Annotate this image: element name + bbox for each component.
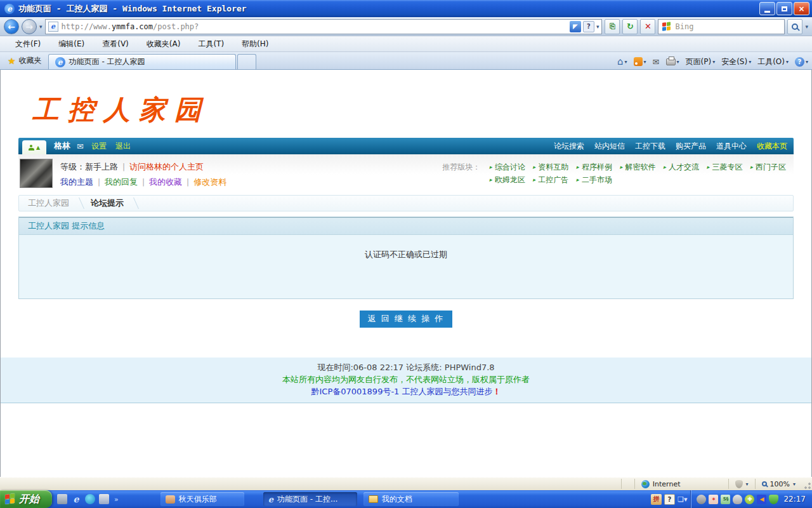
board-link[interactable]: ▸综合讨论 xyxy=(489,161,525,173)
zoom-control[interactable]: 100% ▾ xyxy=(755,479,802,489)
people-icon xyxy=(166,495,175,504)
mail-icon: ✉ xyxy=(653,57,660,67)
board-link[interactable]: ▸资料互助 xyxy=(533,161,569,173)
tab-favicon-icon: e xyxy=(55,57,65,67)
menu-view[interactable]: 查看(V) xyxy=(93,37,138,51)
menu-favorites[interactable]: 收藏夹(A) xyxy=(138,37,190,51)
icp-link[interactable]: 黔ICP备07001899号-1 xyxy=(311,387,399,396)
search-options-dropdown[interactable]: ▾ xyxy=(805,23,808,30)
menu-tools[interactable]: 工具(T) xyxy=(189,37,233,51)
url-text: http://www.ymmfa.com/post.php? xyxy=(62,22,199,31)
board-link[interactable]: ▸解密软件 xyxy=(620,161,656,173)
address-dropdown[interactable]: ▾ xyxy=(596,23,599,30)
task-button-my-documents[interactable]: 我的文档 xyxy=(363,492,459,506)
security-alert-tray-icon[interactable]: ✶ xyxy=(709,495,718,504)
language-bar-restore-icon[interactable]: ❏▾ xyxy=(678,495,687,504)
board-link[interactable]: ▸西门子区 xyxy=(750,161,786,173)
task-button-active-ie[interactable]: e 功能页面 - 工控... xyxy=(263,492,357,506)
nav-buy-products[interactable]: 购买产品 xyxy=(676,141,706,152)
address-input[interactable]: e http://www.ymmfa.com/post.php? ◤ ? ▾ xyxy=(45,19,603,34)
tools-menu-button[interactable]: 工具(O)▾ xyxy=(756,57,790,67)
address-bar: ← → ▾ e http://www.ymmfa.com/post.php? ◤… xyxy=(0,17,812,36)
forward-button[interactable]: → xyxy=(22,19,37,34)
my-replies-link[interactable]: 我的回复 xyxy=(105,177,138,187)
audio-tray-icon[interactable]: ◀ xyxy=(757,495,766,504)
stop-button[interactable]: ✕ xyxy=(640,19,655,34)
ime-icon[interactable]: 拼 xyxy=(651,494,662,505)
my-topics-link[interactable]: 我的主题 xyxy=(60,177,93,187)
board-link[interactable]: ▸工控广告 xyxy=(533,173,569,186)
mail-button[interactable]: ✉ xyxy=(652,57,661,67)
browser-tab-active[interactable]: e 功能页面 - 工控人家园 xyxy=(48,54,236,69)
ie-quicklaunch-icon[interactable]: e xyxy=(71,494,81,504)
search-input[interactable]: Bing xyxy=(658,19,785,34)
nav-forum-search[interactable]: 论坛搜索 xyxy=(554,141,584,152)
board-link[interactable]: ▸三菱专区 xyxy=(707,161,743,173)
search-button[interactable] xyxy=(787,19,802,34)
message-envelope-icon[interactable]: ✉ xyxy=(77,142,84,151)
resize-grip[interactable] xyxy=(802,478,812,490)
plugin-icon[interactable]: ◤ xyxy=(570,21,581,32)
menu-edit[interactable]: 编辑(E) xyxy=(49,37,93,51)
restore-button[interactable] xyxy=(776,2,792,15)
compatibility-view-button[interactable]: ⎘ xyxy=(605,19,620,34)
messenger-icon[interactable] xyxy=(99,494,109,504)
user-panel-toggle[interactable]: ▲ xyxy=(22,140,46,154)
settings-link[interactable]: 设置 xyxy=(91,141,107,152)
board-link[interactable]: ▸程序样例 xyxy=(576,161,612,173)
media-player-icon[interactable] xyxy=(85,494,95,504)
favorites-button[interactable]: ★ 收藏夹 xyxy=(3,53,48,69)
site-logo[interactable]: 工控人家园 xyxy=(32,92,811,127)
favorites-label: 收藏夹 xyxy=(19,55,42,66)
security-menu-button[interactable]: 安全(S)▾ xyxy=(720,57,752,67)
nav-download[interactable]: 工控下载 xyxy=(635,141,665,152)
breadcrumb-home-link[interactable]: 工控人家园 xyxy=(28,197,69,209)
triangle-bullet-icon: ▸ xyxy=(750,161,753,173)
safety-plus-tray-icon[interactable]: ✚ xyxy=(745,495,754,504)
nav-site-message[interactable]: 站内短信 xyxy=(594,141,625,152)
minimize-button[interactable] xyxy=(759,2,775,15)
autocomplete-help-icon[interactable]: ? xyxy=(583,21,594,32)
profile-strip: 等级：新手上路|访问格林的个人主页 我的主题|我的回复|我的收藏|修改资料 推荐… xyxy=(18,154,794,191)
logout-link[interactable]: 退出 xyxy=(115,141,131,152)
history-dropdown[interactable]: ▾ xyxy=(39,23,43,30)
task-button-qiutian-club[interactable]: 秋天俱乐部 xyxy=(160,492,244,506)
refresh-button[interactable]: ↻ xyxy=(622,19,638,34)
printer-icon xyxy=(666,58,676,65)
homepage-link[interactable]: 访问格林的个人主页 xyxy=(129,162,204,171)
print-button[interactable]: ▾ xyxy=(665,58,681,65)
rss-button[interactable]: ▾ xyxy=(632,57,648,66)
input-device-tray-icon[interactable] xyxy=(733,495,742,504)
help-icon: ? xyxy=(795,57,804,67)
volume-tray-icon[interactable] xyxy=(697,495,706,504)
nav-props-center[interactable]: 道具中心 xyxy=(716,141,747,152)
device-icon[interactable] xyxy=(57,494,67,504)
board-link[interactable]: ▸人才交流 xyxy=(663,161,699,173)
antivirus-shield-tray-icon[interactable] xyxy=(769,495,778,504)
page-favicon-icon: e xyxy=(48,22,58,32)
quick-launch: e » xyxy=(52,494,124,504)
nav-bookmark-page[interactable]: 收藏本页 xyxy=(757,141,787,152)
page-menu-button[interactable]: 页面(P)▾ xyxy=(684,57,717,67)
sos-tray-icon[interactable]: S§ xyxy=(721,495,730,504)
ime-help-icon[interactable]: ? xyxy=(664,494,675,505)
triangle-bullet-icon: ▸ xyxy=(663,161,666,173)
menu-help[interactable]: 帮助(H) xyxy=(233,37,277,51)
my-favorites-link[interactable]: 我的收藏 xyxy=(149,177,182,187)
close-button[interactable]: × xyxy=(794,2,809,15)
bing-logo-icon xyxy=(662,22,671,31)
back-button[interactable]: ← xyxy=(4,19,19,34)
new-tab-button[interactable] xyxy=(237,54,256,69)
desktop: e 功能页面 - 工控人家园 - Windows Internet Explor… xyxy=(0,0,812,508)
user-avatar[interactable] xyxy=(20,159,53,188)
menu-file[interactable]: 文件(F) xyxy=(6,37,49,51)
help-button[interactable]: ?▾ xyxy=(794,57,809,67)
start-button[interactable]: 开始 xyxy=(0,490,52,508)
protected-mode-button[interactable]: ▾ xyxy=(728,479,755,489)
quicklaunch-overflow-chevron[interactable]: » xyxy=(114,495,119,504)
board-link[interactable]: ▸欧姆龙区 xyxy=(489,173,525,186)
home-button[interactable]: ⌂▾ xyxy=(616,56,629,67)
edit-profile-link[interactable]: 修改资料 xyxy=(193,177,226,187)
board-link[interactable]: ▸二手市场 xyxy=(576,173,612,186)
return-continue-button[interactable]: 返 回 继 续 操 作 xyxy=(360,311,453,328)
